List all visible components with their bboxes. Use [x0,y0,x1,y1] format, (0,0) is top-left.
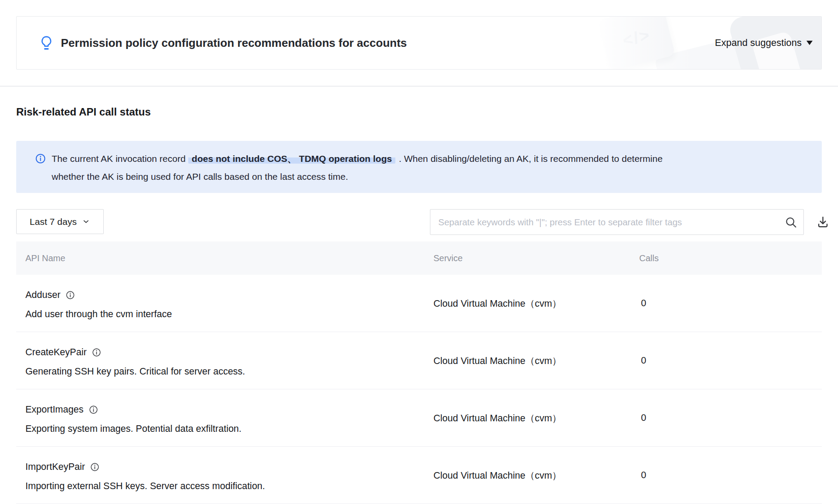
download-button[interactable] [813,212,833,232]
api-name: Adduser [25,290,60,301]
api-name: ExportImages [25,404,84,415]
calls-cell: 0 [641,413,646,424]
api-name-cell: Adduser Add user through the cvm interfa… [25,287,172,322]
api-name-cell: ImportKeyPair Importing external SSH key… [25,459,265,494]
section-title: Risk-related API call status [16,106,151,118]
info-icon[interactable] [90,462,100,472]
info-alert: The current AK invocation recorddoes not… [16,141,822,193]
date-range-select[interactable]: Last 7 days [16,209,104,234]
search-input[interactable] [430,210,803,234]
api-description: Exporting system images. Potential data … [25,421,242,437]
info-icon [35,153,46,164]
info-icon[interactable] [88,405,99,415]
recommendations-banner: </> Permission policy configuration reco… [16,16,822,70]
column-header-calls: Calls [639,253,658,263]
calls-cell: 0 [641,298,646,309]
section-divider [0,86,838,87]
expand-suggestions-button[interactable]: Expand suggestions [715,37,813,49]
chevron-down-icon [82,217,90,226]
alert-line2: whether the AK is being used for API cal… [52,168,813,186]
table-row: ImportKeyPair Importing external SSH key… [16,447,822,504]
api-name: ImportKeyPair [25,462,85,472]
expand-suggestions-label: Expand suggestions [715,37,802,49]
service-cell: Cloud Virtual Machine（cvm） [433,412,561,424]
column-header-service: Service [433,253,463,263]
service-cell: Cloud Virtual Machine（cvm） [433,354,561,367]
calls-cell: 0 [641,355,646,366]
triangle-down-icon [806,41,813,45]
alert-line1-after: . When disabling/deleting an AK, it is r… [396,154,662,164]
api-name-cell: ExportImages Exporting system images. Po… [25,402,242,437]
column-header-api-name: API Name [25,253,65,263]
alert-line1-before: The current AK invocation record [52,154,186,164]
api-name: CreateKeyPair [25,347,87,358]
table-header: API Name Service Calls [16,242,822,275]
banner-title: Permission policy configuration recommen… [61,36,407,50]
api-description: Generating SSH key pairs. Critical for s… [25,364,245,379]
service-cell: Cloud Virtual Machine（cvm） [433,297,561,310]
lightbulb-icon [39,35,54,51]
date-range-label: Last 7 days [30,217,77,227]
table-row: CreateKeyPair Generating SSH key pairs. … [16,332,822,389]
download-icon [816,215,830,229]
info-icon[interactable] [65,290,75,300]
alert-text: The current AK invocation recorddoes not… [52,150,813,186]
calls-cell: 0 [641,470,646,481]
api-description: Importing external SSH keys. Server acce… [25,478,265,494]
search-icon[interactable] [785,216,797,228]
table-row: ExportImages Exporting system images. Po… [16,389,822,447]
search-box [430,209,804,235]
alert-line1-bold: does not include COS、 TDMQ operation log… [188,154,395,164]
info-icon[interactable] [92,347,102,357]
table-row: Adduser Add user through the cvm interfa… [16,275,822,332]
api-table: API Name Service Calls Adduser Add user … [16,242,822,504]
risk-api-page: </> Permission policy configuration reco… [0,0,838,504]
service-cell: Cloud Virtual Machine（cvm） [433,469,561,482]
api-description: Add user through the cvm interface [25,306,172,322]
api-name-cell: CreateKeyPair Generating SSH key pairs. … [25,344,245,379]
